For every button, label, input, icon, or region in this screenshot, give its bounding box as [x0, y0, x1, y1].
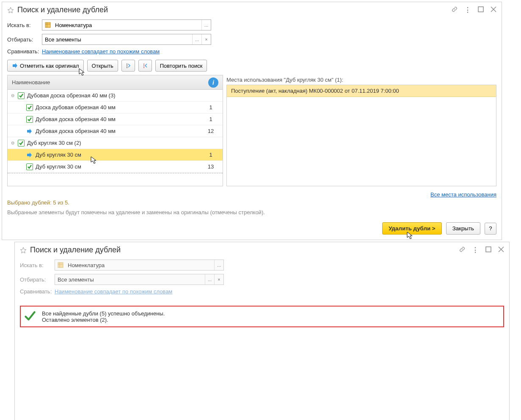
compare-link: Наименование совпадает по похожим словам — [55, 288, 172, 295]
original-arrow-icon — [26, 128, 33, 135]
status-selected: Выбрано дублей: 5 из 5. — [2, 198, 502, 207]
svg-rect-0 — [478, 7, 483, 12]
search-in-label: Искать в: — [20, 262, 52, 268]
window-find-duplicates: Поиск и удаление дублей ⋮ Искать в: … От… — [2, 2, 502, 240]
usage-item[interactable]: Поступление (акт, накладная) МК00-000002… — [227, 85, 496, 97]
filter-label: Отбирать: — [7, 36, 39, 43]
favorite-star-icon[interactable] — [20, 247, 27, 254]
item-label: Дубовая доска обрезная 40 мм — [36, 128, 202, 134]
collapse-icon — [142, 63, 148, 69]
filter-field[interactable] — [42, 34, 192, 44]
search-in-field[interactable] — [52, 20, 201, 30]
filter-clear[interactable]: × — [201, 34, 211, 44]
search-in-input[interactable]: … — [42, 19, 211, 30]
checkbox[interactable] — [26, 116, 33, 123]
column-header-name: Наименование — [12, 79, 208, 86]
search-in-label: Искать в: — [7, 22, 39, 28]
close-icon[interactable] — [498, 246, 504, 254]
expand-icon — [125, 63, 131, 69]
checkbox[interactable] — [18, 140, 25, 146]
filter-field — [55, 274, 205, 285]
duplicates-tree: Наименование i ⊖Дубовая доска обрезная 4… — [7, 75, 223, 186]
success-message: Все найденные дубли (5) успешно объедине… — [20, 306, 504, 327]
titlebar: Поиск и удаление дублей ⋮ — [2, 2, 502, 18]
filter-input[interactable]: … × — [42, 34, 211, 45]
link-icon[interactable] — [459, 246, 465, 254]
window-title: Поиск и удаление дублей — [17, 6, 452, 14]
search-in-field — [65, 260, 214, 270]
filter-picker: … — [205, 274, 214, 285]
success-line2: Оставлено элементов (2). — [42, 317, 165, 323]
usage-panel: Места использования "Дуб кругляк 30 см" … — [226, 75, 496, 186]
item-count: 12 — [202, 128, 219, 134]
svg-rect-6 — [486, 247, 491, 252]
titlebar: Поиск и удаление дублей ⋮ — [15, 242, 509, 258]
compare-label: Сравнивать: — [20, 288, 52, 295]
checkbox[interactable] — [26, 104, 33, 111]
mark-as-original-button[interactable]: Отметить как оригинал — [7, 60, 84, 72]
svg-rect-3 — [45, 22, 50, 28]
menu-dots-icon[interactable]: ⋮ — [472, 246, 479, 254]
filter-clear: × — [214, 274, 223, 285]
collapse-icon[interactable]: ⊖ — [11, 93, 18, 98]
checkbox[interactable] — [18, 92, 25, 99]
catalog-icon — [45, 22, 51, 28]
item-count: 13 — [202, 163, 219, 170]
tree-item[interactable]: Дуб кругляк 30 см13 — [8, 161, 223, 173]
search-in-input: … — [55, 260, 224, 271]
expand-all-button[interactable] — [121, 60, 135, 72]
search-in-picker: … — [214, 260, 223, 270]
compare-label: Сравнивать: — [7, 48, 39, 55]
all-usages-link[interactable]: Все места использования — [430, 191, 496, 198]
item-label: Доска дубовая обрезная 40 мм — [36, 104, 202, 111]
tree-item[interactable]: Доска дубовая обрезная 40 мм1 — [8, 102, 223, 113]
link-icon[interactable] — [452, 6, 458, 14]
close-button[interactable]: Закрыть — [446, 222, 480, 235]
window-result: Поиск и удаление дублей ⋮ Искать в: … От… — [14, 242, 510, 420]
item-label: Дуб кругляк 30 см — [36, 152, 202, 158]
delete-duplicates-button[interactable]: Удалить дубли > — [382, 222, 442, 235]
window-title: Поиск и удаление дублей — [30, 246, 459, 254]
close-icon[interactable] — [491, 6, 496, 14]
item-label: Дуб кругляк 30 см — [36, 163, 202, 170]
search-in-picker[interactable]: … — [201, 20, 211, 30]
repeat-search-button[interactable]: Повторить поиск — [155, 60, 207, 72]
original-arrow-icon — [26, 152, 33, 158]
menu-dots-icon[interactable]: ⋮ — [464, 6, 471, 14]
info-icon[interactable]: i — [208, 77, 218, 88]
maximize-icon[interactable] — [485, 246, 491, 254]
favorite-star-icon[interactable] — [7, 7, 14, 14]
collapse-icon[interactable]: ⊖ — [11, 141, 18, 145]
help-button[interactable]: ? — [485, 223, 496, 235]
collapse-all-button[interactable] — [138, 60, 152, 72]
item-count: 1 — [202, 104, 219, 111]
filter-input: … × — [55, 274, 224, 285]
group-label: Дубовая доска обрезная 40 мм (3) — [27, 92, 202, 99]
check-icon — [24, 310, 36, 323]
catalog-icon — [58, 262, 63, 268]
item-count: 1 — [202, 152, 219, 158]
usage-header: Места использования "Дуб кругляк 30 см" … — [226, 75, 496, 85]
group-label: Дуб кругляк 30 см (2) — [27, 140, 202, 146]
svg-rect-9 — [58, 262, 63, 268]
tree-group[interactable]: ⊖Дубовая доска обрезная 40 мм (3) — [8, 90, 223, 102]
arrow-right-icon — [12, 63, 18, 69]
tree-item[interactable]: Дуб кругляк 30 см1 — [8, 149, 223, 161]
maximize-icon[interactable] — [478, 6, 484, 14]
status-hint: Выбранные элементы будут помечены на уда… — [2, 207, 502, 217]
checkbox[interactable] — [26, 163, 33, 170]
tree-item[interactable]: Дубовая доска обрезная 40 мм12 — [8, 125, 223, 137]
tree-group[interactable]: ⊖Дуб кругляк 30 см (2) — [8, 137, 223, 149]
filter-label: Отбирать: — [20, 276, 52, 283]
filter-picker[interactable]: … — [192, 34, 201, 44]
item-count: 1 — [202, 116, 219, 122]
success-line1: Все найденные дубли (5) успешно объедине… — [42, 310, 165, 317]
compare-link[interactable]: Наименование совпадает по похожим словам — [42, 48, 160, 55]
open-button[interactable]: Открыть — [87, 60, 118, 72]
tree-item[interactable]: Дубовая доска обрезная 40 мм1 — [8, 113, 223, 125]
item-label: Дубовая доска обрезная 40 мм — [36, 116, 202, 122]
